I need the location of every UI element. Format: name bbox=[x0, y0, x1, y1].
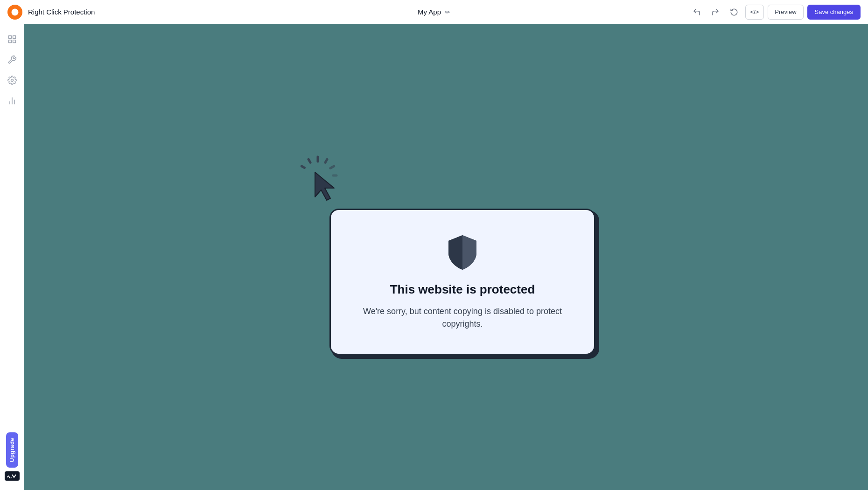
svg-rect-3 bbox=[13, 40, 15, 43]
canvas-area: This website is protected We're sorry, b… bbox=[24, 24, 868, 490]
svg-rect-1 bbox=[8, 36, 11, 39]
redo-button[interactable] bbox=[708, 5, 723, 20]
header: Right Click Protection My App ✏ </> Prev… bbox=[0, 0, 868, 24]
sidebar-item-tools[interactable] bbox=[3, 50, 21, 69]
svg-line-13 bbox=[301, 166, 304, 168]
sidebar-item-settings[interactable] bbox=[3, 71, 21, 90]
svg-rect-2 bbox=[13, 36, 15, 39]
preview-button[interactable]: Preview bbox=[768, 5, 803, 20]
card-container: This website is protected We're sorry, b… bbox=[297, 159, 595, 355]
svg-line-10 bbox=[325, 159, 327, 162]
sidebar-item-analytics[interactable] bbox=[3, 91, 21, 110]
undo-button[interactable] bbox=[689, 5, 704, 20]
card-description: We're sorry, but content copying is disa… bbox=[359, 305, 566, 330]
code-button[interactable]: </> bbox=[745, 5, 764, 20]
svg-point-0 bbox=[12, 8, 19, 15]
restore-button[interactable] bbox=[727, 5, 742, 20]
header-center: My App ✏ bbox=[418, 8, 450, 16]
shield-icon bbox=[446, 233, 479, 271]
upgrade-button[interactable]: Upgrade bbox=[6, 432, 18, 468]
sidebar: Upgrade bbox=[0, 24, 24, 490]
edit-icon[interactable]: ✏ bbox=[445, 8, 450, 16]
svg-rect-4 bbox=[8, 40, 11, 43]
cursor-arrow-icon bbox=[313, 171, 338, 202]
main-layout: Upgrade bbox=[0, 24, 868, 490]
page-title: Right Click Protection bbox=[28, 8, 95, 16]
svg-line-11 bbox=[330, 166, 334, 168]
cursor-area bbox=[297, 154, 353, 215]
app-name: My App bbox=[418, 8, 441, 16]
svg-point-5 bbox=[11, 79, 13, 82]
header-right: </> Preview Save changes bbox=[689, 5, 861, 20]
protection-card: This website is protected We're sorry, b… bbox=[329, 209, 595, 355]
sidebar-bottom: Upgrade bbox=[5, 432, 20, 484]
sidebar-logo-bottom bbox=[5, 471, 20, 481]
shield-icon-wrap bbox=[446, 233, 479, 273]
svg-line-14 bbox=[308, 159, 310, 162]
card-title: This website is protected bbox=[390, 282, 535, 298]
sidebar-item-grid[interactable] bbox=[3, 30, 21, 49]
app-logo bbox=[7, 5, 22, 20]
save-button[interactable]: Save changes bbox=[807, 5, 861, 20]
